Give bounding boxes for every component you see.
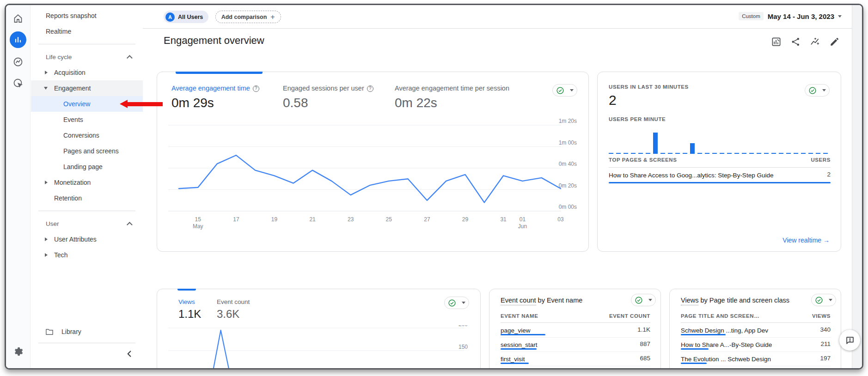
- sidebar-item-library[interactable]: Library: [31, 324, 143, 340]
- sidebar-item-events[interactable]: Events: [31, 112, 143, 127]
- sidebar-item-reports-snapshot[interactable]: Reports snapshot: [31, 8, 143, 24]
- sidebar-item-pages-and-screens[interactable]: Pages and screens: [31, 143, 143, 159]
- card-title: Event count by Event name: [501, 297, 582, 304]
- feedback-button[interactable]: [839, 330, 860, 351]
- svg-text:23: 23: [348, 216, 354, 223]
- minute-bar: [757, 153, 761, 154]
- metric-tab-views[interactable]: Views 1.1K: [178, 298, 201, 321]
- minute-bar: [771, 153, 776, 154]
- edit-pencil-icon[interactable]: [829, 36, 840, 47]
- sidebar-item-retention[interactable]: Retention: [31, 190, 143, 206]
- value-bar: [501, 363, 529, 364]
- svg-text:0m 00s: 0m 00s: [559, 204, 577, 210]
- feedback-bubble-icon: [845, 335, 855, 346]
- sidebar-section-life-cycle[interactable]: Life cycle: [31, 49, 143, 65]
- chevron-down-icon: [462, 302, 465, 304]
- sidebar-item-tech[interactable]: Tech: [31, 247, 143, 263]
- minute-bar: [764, 153, 769, 154]
- metric-value: 0m 29s: [171, 96, 259, 110]
- metric-tab-avg-engagement-time-per-session[interactable]: Average engagement time per session 0m 2…: [395, 84, 509, 110]
- insights-icon[interactable]: [810, 36, 820, 47]
- expand-icon[interactable]: [45, 71, 48, 74]
- data-quality-dropdown[interactable]: [805, 84, 830, 97]
- collapse-icon[interactable]: [44, 87, 48, 90]
- help-icon[interactable]: ?: [253, 85, 259, 92]
- check-circle-icon: [635, 296, 643, 304]
- collapse-section-icon[interactable]: [127, 55, 133, 61]
- metric-value: 3.6K: [217, 308, 250, 321]
- data-quality-dropdown[interactable]: [552, 84, 577, 97]
- realtime-title: USERS IN LAST 30 MINUTES: [609, 84, 689, 90]
- date-range-picker[interactable]: Custom May 14 - Jun 3, 2023: [739, 12, 842, 20]
- data-quality-dropdown[interactable]: [444, 297, 469, 309]
- data-quality-dropdown[interactable]: [811, 294, 836, 306]
- sidebar-divider: [38, 343, 135, 343]
- all-users-segment-chip[interactable]: A All Users: [164, 11, 208, 23]
- metric-tab-event-count[interactable]: Event count 3.6K: [217, 298, 250, 321]
- users-per-minute-bar-chart[interactable]: [609, 127, 831, 154]
- engagement-time-line-chart[interactable]: 1m 20s1m 00s0m 40s0m 20s0m 00s15May17192…: [168, 114, 578, 249]
- sidebar-item-conversions[interactable]: Conversions: [31, 127, 143, 143]
- column-header-page-title: PAGE TITLE AND SCREEN…: [681, 313, 759, 319]
- sidebar-item-landing-page[interactable]: Landing page: [31, 159, 143, 175]
- svg-text:21: 21: [309, 216, 316, 223]
- value-bar: [681, 334, 726, 335]
- plus-icon: +: [270, 13, 275, 21]
- view-realtime-link[interactable]: View realtime →: [782, 237, 830, 244]
- sidebar-item-realtime[interactable]: Realtime: [31, 24, 143, 39]
- share-icon[interactable]: [790, 36, 801, 47]
- table-row[interactable]: page_view1.1K: [501, 323, 650, 338]
- sidebar-item-user-attributes[interactable]: User Attributes: [31, 231, 143, 247]
- page-title: Engagement overview: [164, 35, 264, 47]
- table-row[interactable]: How to Share Access to Goog...alytics: S…: [609, 171, 831, 182]
- sidebar-item-overview[interactable]: Overview: [31, 96, 143, 112]
- minute-bar: [646, 153, 650, 154]
- svg-text:31: 31: [500, 216, 507, 223]
- date-mode-badge: Custom: [739, 12, 764, 20]
- views-line-chart[interactable]: 200150: [168, 325, 470, 370]
- minute-bar: [742, 153, 746, 154]
- metric-tab-average-engagement-time[interactable]: Average engagement time? 0m 29s: [171, 84, 259, 110]
- metric-tab-engaged-sessions-per-user[interactable]: Engaged sessions per user? 0.58: [283, 84, 373, 110]
- check-circle-icon: [448, 299, 456, 307]
- minute-bar: [660, 153, 665, 154]
- data-quality-dropdown[interactable]: [631, 294, 656, 306]
- minute-bar: [816, 153, 820, 154]
- collapse-section-icon[interactable]: [127, 222, 133, 228]
- reports-icon[interactable]: [10, 31, 26, 48]
- svg-text:1m 00s: 1m 00s: [559, 139, 577, 146]
- explore-icon[interactable]: [12, 56, 24, 68]
- metric-value: 1.1K: [178, 308, 201, 321]
- table-row[interactable]: Schweb Design ...ting, App Dev340: [681, 323, 831, 338]
- svg-text:01: 01: [520, 216, 526, 223]
- engagement-metrics-card: Average engagement time? 0m 29s Engaged …: [157, 72, 589, 252]
- table-row[interactable]: Ryan ... Schweb Design47: [681, 366, 831, 370]
- sidebar-section-user[interactable]: User: [31, 216, 143, 231]
- svg-text:03: 03: [557, 216, 564, 223]
- minute-bar: [801, 153, 806, 154]
- minute-bar: [786, 153, 791, 154]
- expand-icon[interactable]: [45, 253, 48, 257]
- table-row[interactable]: How to Share A...-By-Step Guide211: [681, 338, 831, 352]
- folder-icon: [45, 327, 54, 336]
- value-bar: [681, 363, 707, 364]
- minute-bar: [668, 153, 672, 154]
- advertising-icon[interactable]: [12, 77, 24, 89]
- expand-icon[interactable]: [45, 237, 48, 241]
- table-row[interactable]: user_engagement591: [501, 366, 650, 370]
- table-row[interactable]: The Evolution ... Schweb Design197: [681, 352, 831, 366]
- collapse-sidebar-icon[interactable]: [124, 349, 134, 359]
- chart-edit-icon[interactable]: [771, 36, 782, 47]
- sidebar-item-acquisition[interactable]: Acquisition: [31, 65, 143, 80]
- sidebar-item-engagement[interactable]: Engagement: [31, 80, 143, 96]
- add-comparison-button[interactable]: Add comparison+: [215, 11, 281, 23]
- help-icon[interactable]: ?: [367, 85, 373, 92]
- expand-icon[interactable]: [45, 181, 48, 184]
- table-row[interactable]: first_visit685: [501, 352, 650, 366]
- table-row[interactable]: session_start887: [501, 338, 650, 352]
- sidebar-item-monetization[interactable]: Monetization: [31, 175, 143, 190]
- settings-gear-icon[interactable]: [12, 346, 24, 358]
- minute-bar: [823, 153, 828, 154]
- main-content: A All Users Add comparison+ Custom May 1…: [143, 5, 852, 368]
- home-icon[interactable]: [12, 12, 24, 24]
